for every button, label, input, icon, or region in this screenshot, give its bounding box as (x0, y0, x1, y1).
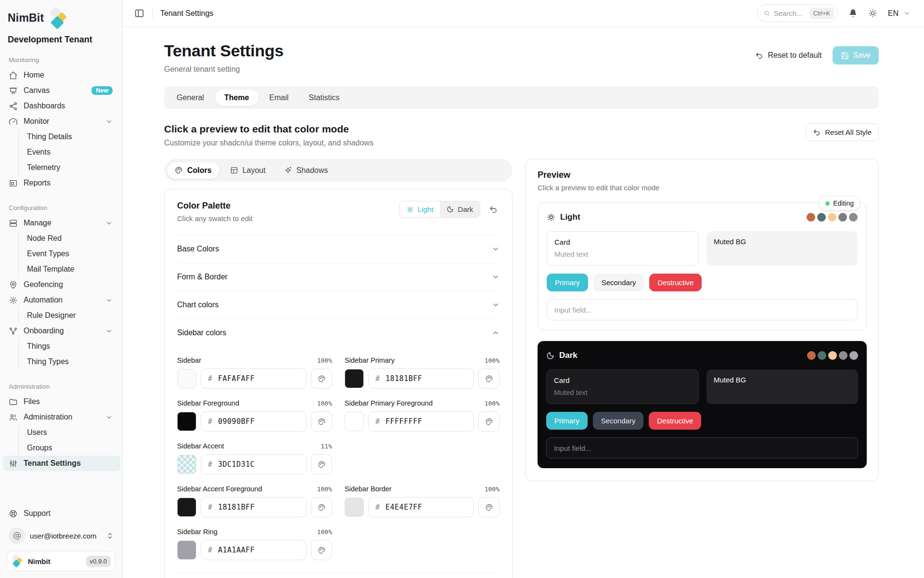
palette-undo-button[interactable] (487, 203, 500, 216)
hex-input[interactable]: #FFFFFFFF (368, 411, 474, 432)
swatch-opacity: 100% (317, 486, 332, 493)
sidebar-item-home[interactable]: Home (7, 67, 116, 83)
sidebar-item-tenant-settings[interactable]: Tenant Settings (3, 456, 120, 471)
color-chip[interactable] (345, 369, 364, 388)
color-picker-palette-icon[interactable] (478, 411, 500, 432)
hex-input[interactable]: #FAFAFAFF (201, 368, 307, 389)
manage-children: Node Red Event Types Mail Template (18, 231, 116, 277)
accordion-sidebar-colors[interactable]: Sidebar colors (177, 319, 500, 347)
reset-to-default-button[interactable]: Reset to default (755, 51, 821, 60)
primary-button[interactable]: Primary (546, 412, 588, 430)
color-chip[interactable] (177, 455, 196, 474)
search-input[interactable] (774, 9, 806, 17)
sidebar-item-mail-template[interactable]: Mail Template (27, 262, 116, 277)
version-badge: v0.9.0 (86, 556, 111, 567)
tab-theme[interactable]: Theme (215, 90, 258, 106)
dark-preview-card[interactable]: Dark C (538, 341, 867, 468)
theme-dot (818, 351, 826, 360)
sidebar-item-monitor[interactable]: Monitor (7, 114, 116, 129)
settings-tabs: General Theme Email Statistics (164, 86, 879, 109)
primary-button[interactable]: Primary (547, 274, 588, 291)
secondary-button[interactable]: Secondary (593, 412, 644, 430)
sidebar-item-groups[interactable]: Groups (27, 440, 116, 456)
hex-input[interactable]: #09090BFF (201, 411, 307, 432)
color-picker-palette-icon[interactable] (311, 497, 332, 517)
hex-input[interactable]: #18181BFF (201, 497, 307, 517)
color-chip[interactable] (177, 498, 196, 517)
secondary-button[interactable]: Secondary (593, 274, 644, 291)
sliders-icon (9, 459, 18, 468)
color-picker-palette-icon[interactable] (478, 368, 500, 389)
brand-footer-name: Nimbit (28, 557, 82, 565)
theme-dot (849, 213, 858, 222)
reset-all-style-button[interactable]: Reset All Style (806, 123, 879, 141)
search-input-pill[interactable]: Ctrl+K (757, 4, 838, 22)
tab-statistics[interactable]: Statistics (300, 90, 349, 106)
sidebar-item-telemetry[interactable]: Telemetry (27, 160, 116, 175)
light-theme-dots (807, 213, 858, 222)
sidebar-item-canvas[interactable]: Canvas New (7, 83, 116, 98)
accordion-form-border[interactable]: Form & Border (177, 263, 500, 291)
color-chip[interactable] (345, 498, 364, 517)
sidebar-item-events[interactable]: Events (27, 144, 116, 160)
server-stack-icon (9, 219, 18, 228)
color-chip[interactable] (177, 540, 196, 560)
tenant-name: Development Tenant (8, 35, 116, 45)
color-picker-palette-icon[interactable] (311, 540, 332, 560)
theme-toggle-sun-icon[interactable] (868, 9, 877, 18)
sidebar-item-administration[interactable]: Administration (7, 409, 116, 425)
light-mode-label: Light (418, 205, 434, 213)
light-preview-card[interactable]: Editing Light (538, 202, 867, 330)
sidebar-item-things[interactable]: Things (27, 339, 116, 354)
hex-input[interactable]: #18181BFF (368, 368, 474, 389)
theme-dot (817, 213, 826, 222)
sidebar-item-automation[interactable]: Automation (7, 292, 116, 308)
hex-input[interactable]: #E4E4E7FF (368, 497, 474, 517)
destructive-button[interactable]: Destructive (649, 274, 702, 291)
accordion-chart-colors[interactable]: Chart colors (177, 291, 500, 319)
sidebar-item-manage[interactable]: Manage (7, 215, 116, 231)
moon-icon (447, 206, 454, 213)
tab-email[interactable]: Email (260, 90, 298, 106)
sidebar-toggle-icon[interactable] (132, 6, 146, 20)
sidebar-item-users[interactable]: Users (27, 425, 116, 440)
preview-input-field[interactable] (546, 437, 858, 459)
notifications-bell-icon[interactable] (848, 9, 858, 18)
sidebar-item-files[interactable]: Files (7, 394, 116, 409)
hex-input[interactable]: #A1A1AAFF (201, 540, 307, 560)
sidebar-item-onboarding[interactable]: Onboarding (7, 323, 116, 339)
tab-general[interactable]: General (167, 90, 213, 106)
accordion-base-colors[interactable]: Base Colors (177, 235, 500, 263)
sidebar-item-reports[interactable]: Reports (7, 175, 116, 191)
subtab-layout[interactable]: Layout (222, 162, 273, 179)
sidebar-item-geofencing[interactable]: Geofencing (7, 277, 116, 292)
preview-input-field[interactable] (547, 299, 858, 320)
sidebar-item-node-red[interactable]: Node Red (27, 231, 116, 246)
topbar: Tenant Settings Ctrl+K EN (123, 0, 924, 27)
color-chip[interactable] (345, 412, 364, 431)
color-chip[interactable] (177, 369, 196, 388)
subtab-colors[interactable]: Colors (167, 162, 219, 179)
color-picker-palette-icon[interactable] (478, 497, 500, 517)
users-icon (9, 413, 18, 422)
color-picker-palette-icon[interactable] (311, 411, 332, 432)
user-menu[interactable]: user@iotbreeze.com (7, 525, 116, 546)
sidebar-item-rule-designer[interactable]: Rule Designer (27, 308, 116, 323)
color-chip[interactable] (177, 412, 196, 431)
save-button[interactable]: Save (833, 46, 879, 65)
sidebar-item-event-types[interactable]: Event Types (27, 246, 116, 262)
dark-mode-segment[interactable]: Dark (440, 201, 480, 217)
light-mode-segment[interactable]: Light (399, 201, 440, 217)
sidebar-item-thing-details[interactable]: Thing Details (27, 129, 116, 144)
language-selector[interactable]: EN (888, 9, 911, 18)
logo-diamonds-icon (12, 555, 24, 567)
color-picker-palette-icon[interactable] (311, 368, 332, 389)
hex-input[interactable]: #3DC1D31C (201, 454, 307, 474)
color-picker-palette-icon[interactable] (311, 454, 332, 474)
palette-subtitle: Click any swatch to edit (177, 214, 253, 223)
sidebar-item-dashboards[interactable]: Dashboards (7, 98, 116, 114)
sidebar-item-support[interactable]: Support (7, 506, 116, 521)
sidebar-item-thing-types[interactable]: Thing Types (27, 354, 116, 369)
destructive-button[interactable]: Destructive (649, 412, 701, 430)
subtab-shadows[interactable]: Shadows (276, 162, 336, 179)
